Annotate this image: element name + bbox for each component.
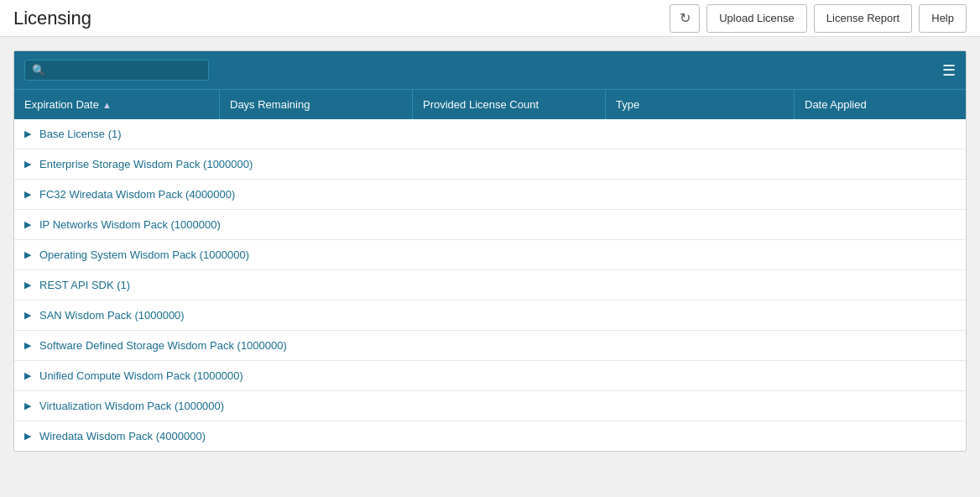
col-header-expiration-label: Expiration Date: [24, 98, 99, 111]
table-row[interactable]: ▶Unified Compute Wisdom Pack (1000000): [14, 361, 966, 391]
page-header: Licensing ↻ Upload License License Repor…: [0, 0, 980, 37]
col-header-days[interactable]: Days Remaining: [220, 90, 413, 119]
col-header-license-count-label: Provided License Count: [423, 98, 539, 111]
row-label: Unified Compute Wisdom Pack (1000000): [39, 369, 243, 382]
row-label: SAN Wisdom Pack (1000000): [39, 309, 185, 322]
column-menu-icon[interactable]: ☰: [942, 61, 956, 80]
expand-icon: ▶: [24, 310, 31, 321]
expand-icon: ▶: [24, 128, 31, 139]
row-label: Wiredata Wisdom Pack (4000000): [39, 430, 206, 442]
table-row[interactable]: ▶Enterprise Storage Wisdom Pack (1000000…: [14, 149, 966, 180]
table-row[interactable]: ▶SAN Wisdom Pack (1000000): [14, 301, 966, 331]
row-label: Software Defined Storage Wisdom Pack (10…: [39, 339, 287, 352]
search-input[interactable]: [50, 64, 201, 76]
expand-icon: ▶: [24, 400, 31, 411]
expand-icon: ▶: [24, 159, 31, 170]
row-label: Base License (1): [39, 128, 122, 140]
refresh-icon: ↻: [680, 10, 691, 26]
expand-icon: ▶: [24, 219, 31, 230]
table-toolbar: 🔍 ☰: [14, 51, 966, 89]
col-header-type[interactable]: Type: [606, 90, 795, 119]
data-rows: ▶Base License (1)▶Enterprise Storage Wis…: [14, 119, 966, 451]
col-header-expiration[interactable]: Expiration Date ▲: [14, 90, 220, 119]
expand-icon: ▶: [24, 431, 31, 442]
table-row[interactable]: ▶IP Networks Wisdom Pack (1000000): [14, 210, 966, 240]
col-header-days-label: Days Remaining: [230, 98, 310, 111]
help-button[interactable]: Help: [919, 4, 967, 33]
row-label: IP Networks Wisdom Pack (1000000): [39, 218, 221, 231]
col-header-license-count[interactable]: Provided License Count: [413, 90, 606, 119]
table-row[interactable]: ▶REST API SDK (1): [14, 270, 966, 301]
search-box[interactable]: 🔍: [24, 60, 209, 81]
col-header-date-applied[interactable]: Date Applied: [795, 90, 966, 119]
expand-icon: ▶: [24, 340, 31, 351]
table-row[interactable]: ▶Wiredata Wisdom Pack (4000000): [14, 421, 966, 451]
row-label: FC32 Wiredata Wisdom Pack (4000000): [39, 188, 235, 201]
header-actions: ↻ Upload License License Report Help: [670, 4, 967, 33]
table-row[interactable]: ▶Operating System Wisdom Pack (1000000): [14, 240, 966, 270]
sort-asc-icon: ▲: [102, 100, 112, 110]
table-row[interactable]: ▶Base License (1): [14, 119, 966, 149]
page-title: Licensing: [13, 8, 91, 29]
row-label: Virtualization Wisdom Pack (1000000): [39, 400, 224, 412]
table-row[interactable]: ▶Software Defined Storage Wisdom Pack (1…: [14, 331, 966, 361]
column-headers: Expiration Date ▲ Days Remaining Provide…: [14, 89, 966, 119]
row-label: Enterprise Storage Wisdom Pack (1000000): [39, 158, 253, 170]
row-label: REST API SDK (1): [39, 279, 130, 291]
expand-icon: ▶: [24, 189, 31, 200]
search-icon: 🔍: [32, 64, 45, 76]
main-content: 🔍 ☰ Expiration Date ▲ Days Remaining Pro…: [0, 37, 980, 465]
expand-icon: ▶: [24, 370, 31, 381]
upload-license-button[interactable]: Upload License: [706, 4, 807, 33]
table-row[interactable]: ▶FC32 Wiredata Wisdom Pack (4000000): [14, 180, 966, 210]
expand-icon: ▶: [24, 280, 31, 290]
expand-icon: ▶: [24, 249, 31, 260]
refresh-button[interactable]: ↻: [670, 4, 700, 33]
col-header-type-label: Type: [616, 98, 639, 111]
license-report-button[interactable]: License Report: [814, 4, 912, 33]
license-table-container: 🔍 ☰ Expiration Date ▲ Days Remaining Pro…: [13, 50, 967, 452]
row-label: Operating System Wisdom Pack (1000000): [39, 248, 249, 261]
col-header-date-applied-label: Date Applied: [805, 98, 867, 111]
table-row[interactable]: ▶Virtualization Wisdom Pack (1000000): [14, 391, 966, 421]
